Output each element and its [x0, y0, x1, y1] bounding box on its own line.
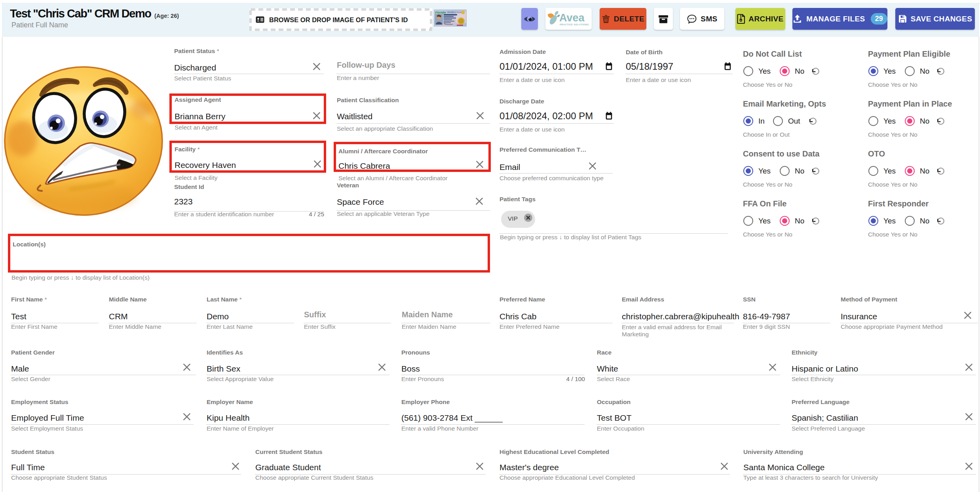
svg-text:PRACTICE SOLUTIONS: PRACTICE SOLUTIONS [560, 23, 589, 26]
svg-text:Avea: Avea [559, 12, 585, 24]
svg-text:DRIVER LICENSE: DRIVER LICENSE [447, 11, 462, 13]
svg-text:Florida: Florida [435, 11, 446, 14]
